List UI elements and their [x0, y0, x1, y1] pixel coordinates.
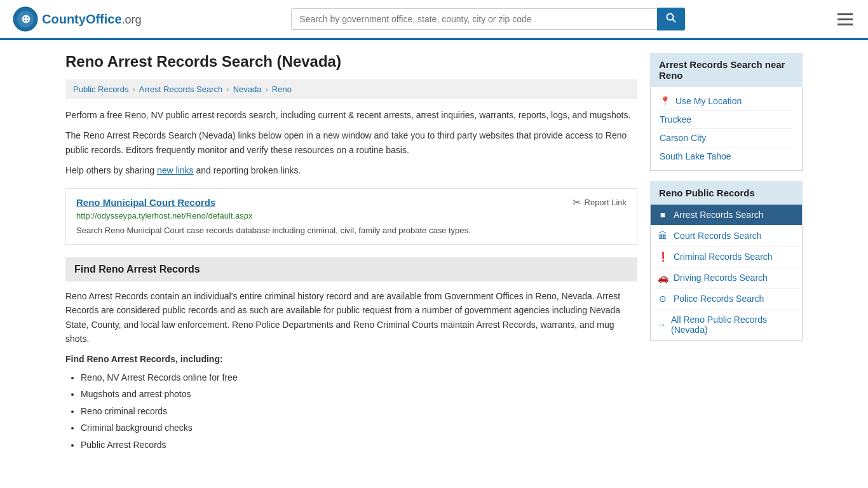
breadcrumb-link-arrest-records[interactable]: Arrest Records Search	[139, 85, 223, 94]
search-icon	[666, 13, 676, 23]
record-title-link[interactable]: Reno Municipal Court Records	[76, 197, 215, 208]
location-divider-3	[660, 147, 793, 147]
breadcrumb-sep-3: ›	[265, 85, 268, 94]
page-title: Reno Arrest Records Search (Nevada)	[65, 53, 637, 71]
driving-records-icon: 🚗	[657, 273, 668, 283]
list-item: Mugshots and arrest photos	[81, 386, 637, 403]
list-item: Public Arrest Records	[81, 437, 637, 454]
police-records-icon: ⊙	[657, 294, 668, 304]
search-input[interactable]	[291, 8, 657, 30]
nav-arrest-records[interactable]: ■ Arrest Records Search	[651, 205, 802, 225]
search-button[interactable]	[657, 8, 685, 30]
menu-icon-line3	[837, 24, 853, 25]
find-records-header: Find Reno Arrest Records	[65, 257, 637, 281]
left-panel: Reno Arrest Records Search (Nevada) Publ…	[65, 53, 637, 454]
desc-para-1: Perform a free Reno, NV public arrest re…	[65, 108, 637, 122]
arrest-records-icon: ■	[657, 210, 668, 220]
new-links-link[interactable]: new links	[157, 165, 194, 175]
breadcrumb-link-nevada[interactable]: Nevada	[233, 85, 262, 94]
nearby-section-body: 📍 Use My Location Truckee Carson City So…	[650, 87, 803, 171]
record-card-header: Reno Municipal Court Records ✂ Report Li…	[76, 196, 627, 208]
svg-text:⊕: ⊕	[21, 13, 31, 25]
location-pin-icon: 📍	[660, 96, 670, 106]
desc-para-2: The Reno Arrest Records Search (Nevada) …	[65, 128, 637, 157]
breadcrumb-link-public-records[interactable]: Public Records	[73, 85, 128, 94]
site-header: ⊕ CountyOffice.org	[0, 0, 868, 40]
svg-point-3	[667, 14, 674, 20]
nav-police-records[interactable]: ⊙ Police Records Search	[651, 288, 802, 309]
record-title: Reno Municipal Court Records	[76, 197, 215, 208]
logo-area: ⊕ CountyOffice.org	[13, 6, 142, 32]
list-item: Reno criminal records	[81, 403, 637, 420]
report-icon: ✂	[573, 196, 581, 208]
list-item: Reno, NV Arrest Records online for free	[81, 369, 637, 386]
menu-icon-line2	[837, 18, 853, 20]
nearby-location-truckee[interactable]: Truckee	[660, 112, 793, 127]
nav-driving-records[interactable]: 🚗 Driving Records Search	[651, 268, 802, 288]
criminal-records-icon: ❗	[657, 252, 668, 262]
logo-icon: ⊕	[13, 6, 38, 32]
search-area	[291, 8, 685, 30]
nearby-location-south-lake-tahoe[interactable]: South Lake Tahoe	[660, 149, 793, 164]
public-records-header: Reno Public Records	[650, 181, 803, 205]
breadcrumb-sep-2: ›	[226, 85, 229, 94]
menu-button[interactable]	[835, 11, 855, 28]
nearby-location-carson-city[interactable]: Carson City	[660, 130, 793, 146]
record-url: http://odysseypa.tylerhost.net/Reno/defa…	[76, 211, 627, 220]
arrow-icon: →	[657, 320, 666, 330]
nav-criminal-records[interactable]: ❗ Criminal Records Search	[651, 247, 802, 267]
nav-court-records[interactable]: 🏛 Court Records Search	[651, 226, 802, 246]
court-records-icon: 🏛	[657, 231, 668, 241]
find-records-list: Reno, NV Arrest Records online for free …	[81, 369, 637, 454]
report-link-button[interactable]: ✂ Report Link	[573, 196, 627, 208]
use-my-location[interactable]: 📍 Use My Location	[660, 93, 793, 109]
nearby-header: Arrest Records Search near Reno	[650, 53, 803, 87]
main-content: Reno Arrest Records Search (Nevada) Publ…	[53, 40, 815, 466]
report-link-label: Report Link	[585, 198, 627, 207]
logo-text: CountyOffice.org	[42, 12, 142, 27]
svg-line-4	[673, 20, 676, 23]
menu-icon-line1	[837, 13, 853, 15]
find-records-body: Reno Arrest Records contain an individua…	[65, 289, 637, 346]
breadcrumb-link-reno[interactable]: Reno	[272, 85, 292, 94]
record-card: Reno Municipal Court Records ✂ Report Li…	[65, 188, 637, 245]
all-records-link[interactable]: → All Reno Public Records (Nevada)	[651, 309, 802, 340]
desc-para-3: Help others by sharing new links and rep…	[65, 163, 637, 177]
right-panel: Arrest Records Search near Reno 📍 Use My…	[650, 53, 803, 454]
list-item: Criminal background checks	[81, 419, 637, 437]
breadcrumb: Public Records › Arrest Records Search ›…	[65, 79, 637, 99]
record-desc: Search Reno Municipal Court case records…	[76, 224, 627, 237]
location-divider-2	[660, 128, 793, 129]
public-records-nav: ■ Arrest Records Search 🏛 Court Records …	[650, 205, 803, 341]
location-divider-1	[660, 110, 793, 111]
breadcrumb-sep-1: ›	[132, 85, 135, 94]
find-records-subheading: Find Reno Arrest Records, including:	[65, 354, 637, 364]
